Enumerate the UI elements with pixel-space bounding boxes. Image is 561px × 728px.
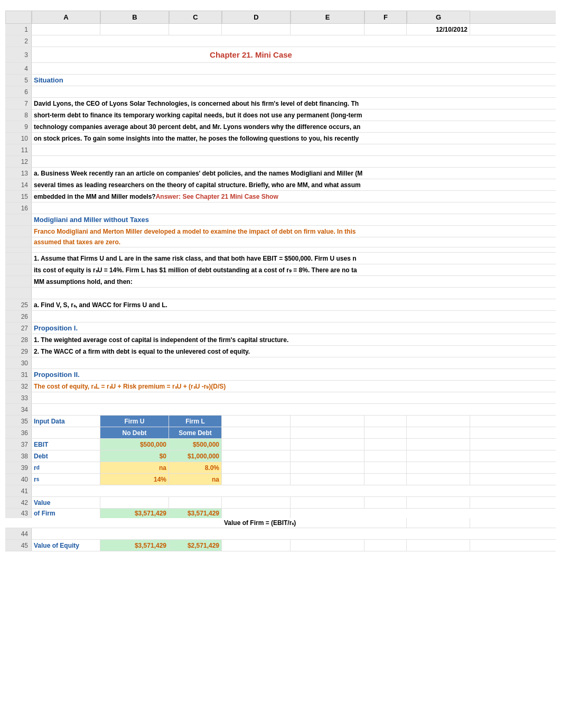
row-8: 8 short-term debt to finance its tempora… [5, 109, 556, 121]
col-header-c: C [169, 11, 222, 23]
col-header-b: B [100, 11, 169, 23]
row-num-3: 3 [5, 47, 32, 62]
row-13: 13 a. Business Week recently ran an arti… [5, 168, 556, 179]
row-7: 7 David Lyons, the CEO of Lyons Solar Te… [5, 98, 556, 109]
row36-d [222, 427, 291, 438]
row9-text: technology companies average about 30 pe… [32, 121, 470, 132]
row-18b: assumed that taxes are zero. [5, 237, 556, 247]
row7-text: David Lyons, the CEO of Lyons Solar Tech… [32, 98, 470, 109]
situation-label: Situation [32, 75, 470, 86]
row35-e [291, 416, 364, 427]
row-num-7: 7 [5, 98, 32, 109]
row-28: 28 1. The weighted average cost of capit… [5, 334, 556, 346]
firm-l-sub: Some Debt [169, 427, 222, 438]
row-num-31: 31 [5, 369, 32, 380]
row-num-11: 11 [5, 144, 32, 155]
row-4: 4 [5, 63, 556, 75]
row40-e [291, 474, 364, 485]
prop1-2: 2. The WACC of a firm with debt is equal… [32, 346, 470, 357]
rd-label: rd [32, 462, 100, 473]
row-num-28: 28 [5, 334, 32, 345]
ebit-label: EBIT [32, 439, 100, 450]
row-num-9: 9 [5, 121, 32, 132]
prop1-header: Proposition I. [32, 322, 470, 334]
row-num-10: 10 [5, 133, 32, 144]
row43-d [222, 509, 291, 518]
firm-l-value: $3,571,429 [169, 509, 222, 518]
row-num-43: 43 [5, 509, 32, 518]
debt-l: $1,000,000 [169, 450, 222, 462]
spacer1 [32, 247, 470, 252]
row-num-25: 25 [5, 299, 32, 310]
row-11: 11 [5, 144, 556, 156]
rs-l: na [169, 474, 222, 485]
row-10: 10 on stock prices. To gain some insight… [5, 133, 556, 144]
rs-label: rs [32, 474, 100, 485]
chapter-title: Chapter 21. Mini Case [32, 47, 470, 62]
row-20: 1. Assume that Firms U and L are in the … [5, 253, 556, 264]
row26-empty [32, 311, 470, 322]
row15-answer: Answer: See Chapter 21 Mini Case Show [156, 193, 278, 200]
row-17: Modigliani and Miller without Taxes [5, 214, 556, 226]
row45-g [407, 540, 470, 551]
row-num-32: 32 [5, 381, 32, 392]
row-1: 1 12/10/2012 [5, 24, 556, 35]
row14-text: several times as leading researchers on … [32, 179, 470, 190]
row1-b [100, 24, 169, 35]
row37-g [407, 439, 470, 450]
row11-empty [32, 144, 470, 155]
row16-empty [32, 202, 470, 214]
row-15: 15 embedded in the MM and Miller models?… [5, 191, 556, 202]
row-num-1: 1 [5, 24, 32, 35]
col-header-rownum [5, 11, 32, 23]
row-num-14: 14 [5, 179, 32, 190]
row41-empty [32, 485, 470, 496]
row1-d [222, 24, 291, 35]
firm-u-sub: No Debt [100, 427, 169, 438]
row-num-8: 8 [5, 109, 32, 121]
input-data-label: Input Data [32, 416, 100, 427]
row38-f [364, 450, 407, 462]
row-16: 16 [5, 202, 556, 214]
modigliani-desc: Franco Modigliani and Merton Miller deve… [32, 226, 470, 237]
row42-b [100, 497, 169, 508]
row-29: 29 2. The WACC of a firm with debt is eq… [5, 346, 556, 357]
col-header-g: G [407, 11, 470, 23]
row34-empty [32, 404, 470, 415]
row-2: 2 [5, 35, 556, 47]
firm-u-label: Firm U [100, 416, 169, 427]
row-5: 5 Situation [5, 75, 556, 86]
equity-u: $3,571,429 [100, 540, 169, 551]
row-40: 40 rs 14% na [5, 474, 556, 485]
assume1-text: 1. Assume that Firms U and L are in the … [32, 253, 470, 264]
row-num-27: 27 [5, 322, 32, 334]
row-num-22 [5, 276, 32, 287]
col-header-a: A [32, 11, 100, 23]
row-14: 14 several times as leading researchers … [5, 179, 556, 191]
row2-empty [32, 35, 470, 47]
row-num-18 [5, 226, 32, 237]
row42-c [169, 497, 222, 508]
row-37: 37 EBIT $500,000 $500,000 [5, 439, 556, 450]
row37-e [291, 439, 364, 450]
row38-e [291, 450, 364, 462]
row39-g [407, 462, 470, 473]
row-num-15: 15 [5, 191, 32, 202]
row-num-37: 37 [5, 439, 32, 450]
row45-e [291, 540, 364, 551]
row-num-40: 40 [5, 474, 32, 485]
prop1-1: 1. The weighted average cost of capital … [32, 334, 470, 345]
row-39: 39 rd na 8.0% [5, 462, 556, 474]
row37-f [364, 439, 407, 450]
row-num-6: 6 [5, 86, 32, 97]
row6-empty [32, 86, 470, 97]
row-num-45: 45 [5, 540, 32, 551]
row-num-space1 [5, 247, 32, 252]
row13-text: a. Business Week recently ran an article… [32, 168, 470, 179]
row-22: MM assumptions hold, and then: [5, 276, 556, 288]
ebit-l: $500,000 [169, 439, 222, 450]
row39-e [291, 462, 364, 473]
row-num-36: 36 [5, 427, 32, 438]
row36-f [364, 427, 407, 438]
row23-empty [32, 288, 470, 299]
